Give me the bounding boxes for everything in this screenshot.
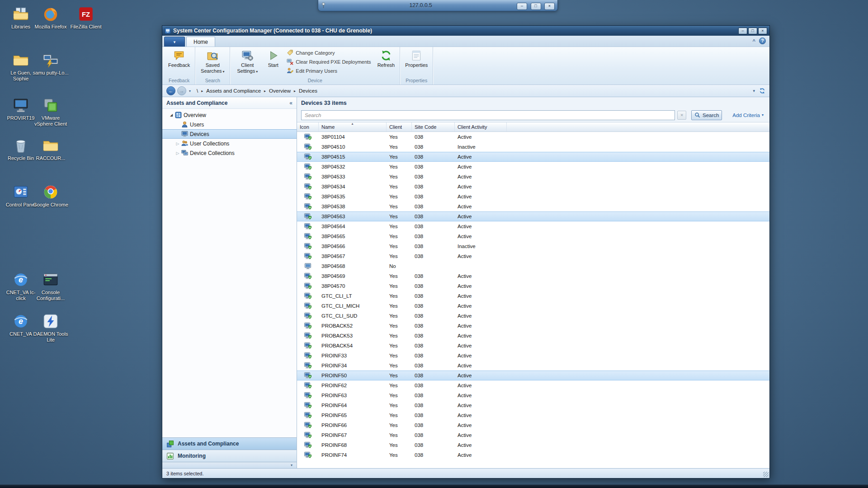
column-header-name[interactable]: ▴Name <box>319 122 387 131</box>
tree-item-users[interactable]: Users <box>162 120 297 129</box>
device-row-proinf63[interactable]: PROINF63Yes038Active <box>297 390 769 400</box>
column-header-site-code[interactable]: Site Code <box>412 122 455 131</box>
desktop-icon-samu-putty-lo[interactable]: samu putty-Lo... <box>33 52 69 76</box>
device-row-38p04533[interactable]: 38P04533Yes038Active <box>297 172 769 182</box>
rdp-address: 127.0.0.5 <box>326 2 515 9</box>
ribbon-button-clear-required-pxe-deployments[interactable]: Clear Required PXE Deployments <box>285 57 373 66</box>
forward-button[interactable]: → <box>177 86 186 95</box>
device-row-proinf64[interactable]: PROINF64Yes038Active <box>297 400 769 410</box>
tree-item-devices[interactable]: Devices <box>162 129 297 139</box>
tree-expanded-icon[interactable]: ◢ <box>168 113 175 117</box>
rdp-minimize-button[interactable]: – <box>517 3 527 10</box>
column-header-icon[interactable]: Icon <box>297 122 319 131</box>
breadcrumb-item-devices[interactable]: Devices <box>297 87 319 94</box>
device-row-proinf50[interactable]: PROINF50Yes038Active <box>297 371 769 380</box>
taskbar-edge[interactable] <box>0 484 868 488</box>
ribbon-collapse-icon[interactable]: ^ <box>753 38 755 44</box>
device-row-proinf62[interactable]: PROINF62Yes038Active <box>297 380 769 390</box>
ribbon-groups: FeedbackFeedbackSaved Searches▾SearchCli… <box>162 47 769 84</box>
window-maximize-button[interactable]: □ <box>748 28 757 34</box>
search-input[interactable] <box>301 110 675 120</box>
chevron-down-icon[interactable]: ▾ <box>291 463 292 467</box>
window-close-button[interactable]: × <box>758 28 767 34</box>
device-row-gtc-cli-sud[interactable]: GTC_CLI_SUDYes038Active <box>297 311 769 321</box>
device-row-38p04515[interactable]: 38P04515Yes038Active <box>297 152 769 162</box>
window-titlebar[interactable]: System Center Configuration Manager (Con… <box>162 26 769 36</box>
desktop-icon-mozilla-firefox[interactable]: Mozilla Firefox <box>33 5 69 30</box>
desktop-icon-vmware-vsphere-client[interactable]: VMware vSphere Client <box>33 97 69 127</box>
desktop-icon-filezilla-client[interactable]: FZFileZilla Client <box>68 5 104 30</box>
ribbon-button-properties[interactable]: Properties <box>402 48 430 77</box>
device-row-gtc-cli-lt[interactable]: GTC_CLI_LTYes038Active <box>297 291 769 301</box>
tab-home[interactable]: Home <box>186 37 215 47</box>
collapse-pane-icon[interactable]: « <box>289 100 292 106</box>
device-row-38p04568[interactable]: 38P04568No <box>297 261 769 271</box>
device-row-38p04532[interactable]: 38P04532Yes038Active <box>297 162 769 172</box>
tree-collapsed-icon[interactable]: ▷ <box>174 141 181 146</box>
ribbon-button-refresh[interactable]: Refresh <box>375 48 398 77</box>
ribbon-button-start[interactable]: Start <box>263 48 283 77</box>
device-row-proinf74[interactable]: PROINF74Yes038Active <box>297 450 769 460</box>
tree-item-device-collections[interactable]: ▷Device Collections <box>162 148 297 158</box>
ribbon-button-client-settings[interactable]: Client Settings▾ <box>232 48 262 77</box>
tree-collapsed-icon[interactable]: ▷ <box>174 151 181 155</box>
device-row-proinf65[interactable]: PROINF65Yes038Active <box>297 410 769 420</box>
device-row-38p04569[interactable]: 38P04569Yes038Active <box>297 271 769 281</box>
rdp-close-button[interactable]: × <box>544 3 555 10</box>
breadcrumb-item-item[interactable]: \ <box>195 87 200 94</box>
device-row-38p04566[interactable]: 38P04566Yes038Inactive <box>297 241 769 251</box>
desktop-icon-daemon-tools-lite[interactable]: DAEMON Tools Lite <box>33 313 69 343</box>
address-dropdown-icon[interactable]: ▾ <box>753 89 755 93</box>
tree-item-user-collections[interactable]: ▷User Collections <box>162 139 297 148</box>
clear-search-button[interactable]: ✕ <box>677 111 686 120</box>
device-row-proback52[interactable]: PROBACK52Yes038Active <box>297 321 769 331</box>
resize-grip[interactable] <box>763 472 769 477</box>
device-row-proback53[interactable]: PROBACK53Yes038Active <box>297 331 769 341</box>
device-row-38p04570[interactable]: 38P04570Yes038Active <box>297 281 769 291</box>
desktop-icon-console-configurati[interactable]: Console Configurati... <box>33 271 69 301</box>
desktop-icon-raccour[interactable]: RACCOUR... <box>33 137 69 161</box>
device-row-proinf34[interactable]: PROINF34Yes038Active <box>297 361 769 371</box>
device-row-38p04563[interactable]: 38P04563Yes038Active <box>297 211 769 221</box>
ribbon-button-edit-primary-users[interactable]: Edit Primary Users <box>285 66 373 75</box>
help-icon[interactable]: ? <box>759 38 766 44</box>
recent-locations-icon[interactable]: ▾ <box>189 89 191 93</box>
ribbon-button-saved-searches[interactable]: Saved Searches▾ <box>198 48 227 77</box>
device-shield-icon <box>304 193 311 200</box>
console-icon <box>42 271 59 288</box>
device-row-38p04534[interactable]: 38P04534Yes038Active <box>297 182 769 192</box>
breadcrumb-item-overview[interactable]: Overview <box>267 87 292 94</box>
column-header-client-activity[interactable]: Client Activity <box>455 122 507 131</box>
desktop-icon-google-chrome[interactable]: Google Chrome <box>33 183 69 208</box>
device-row-proinf33[interactable]: PROINF33Yes038Active <box>297 351 769 361</box>
back-button[interactable]: ← <box>166 86 175 95</box>
device-row-gtc-cli-mich[interactable]: GTC_CLI_MICHYes038Active <box>297 301 769 311</box>
device-row-38p04565[interactable]: 38P04565Yes038Active <box>297 231 769 241</box>
folder-icon <box>12 52 29 69</box>
device-row-38p04567[interactable]: 38P04567Yes038Active <box>297 251 769 261</box>
refresh-icon[interactable] <box>759 88 765 94</box>
search-button[interactable]: Search <box>691 110 722 120</box>
tree-item-overview[interactable]: ◢Overview <box>162 110 297 120</box>
device-row-proinf66[interactable]: PROINF66Yes038Active <box>297 420 769 430</box>
column-header-client[interactable]: Client <box>387 122 412 131</box>
device-row-proinf67[interactable]: PROINF67Yes038Active <box>297 430 769 440</box>
nav-button-assets-and-compliance[interactable]: Assets and Compliance <box>162 437 297 450</box>
device-row-proback54[interactable]: PROBACK54Yes038Active <box>297 341 769 351</box>
window-minimize-button[interactable]: – <box>738 28 747 34</box>
application-menu-button[interactable]: ▾ <box>164 37 185 47</box>
ribbon-button-change-category[interactable]: Change Category <box>285 48 373 57</box>
workspace-options-strip[interactable]: ▾ <box>162 462 297 468</box>
ribbon-button-feedback[interactable]: Feedback <box>165 48 193 77</box>
device-row-38p04535[interactable]: 38P04535Yes038Active <box>297 192 769 202</box>
breadcrumb-item-assets-and-compliance[interactable]: Assets and Compliance <box>204 87 263 94</box>
pin-icon[interactable] <box>321 2 326 9</box>
device-row-proinf68[interactable]: PROINF68Yes038Active <box>297 440 769 450</box>
device-row-38p04564[interactable]: 38P04564Yes038Active <box>297 221 769 231</box>
add-criteria-link[interactable]: Add Criteria ▾ <box>732 113 764 118</box>
rdp-restore-button[interactable]: □ <box>531 3 541 10</box>
device-row-38p04510[interactable]: 38P04510Yes038Inactive <box>297 142 769 152</box>
nav-button-monitoring[interactable]: Monitoring <box>162 450 297 462</box>
device-row-38p01104[interactable]: 38P01104Yes038Active <box>297 132 769 142</box>
device-row-38p04538[interactable]: 38P04538Yes038Active <box>297 202 769 211</box>
